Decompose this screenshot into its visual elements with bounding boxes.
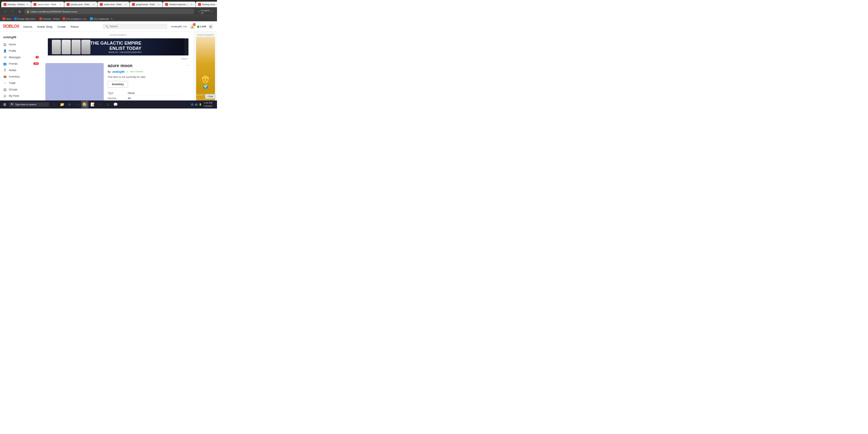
incognito-display: Incognito (2)	[203, 9, 208, 14]
sidebar-item-label: Avatar	[9, 68, 16, 72]
tab-close-button[interactable]: ✕	[190, 3, 193, 6]
bookmark-label: Royale High Admi...	[18, 17, 37, 20]
notifications-button[interactable]: 🔔 24	[189, 23, 195, 29]
file-explorer-button[interactable]: 📁	[58, 101, 66, 108]
sidebar-icon: 📰	[3, 94, 7, 98]
sidebar-icon: 👤	[3, 49, 7, 53]
browser-tab-6[interactable]: shadow empress -... ✕	[163, 2, 196, 7]
sidebar-item-my-feed[interactable]: 📰 My Feed	[0, 92, 42, 99]
search-input[interactable]	[110, 25, 165, 28]
notes-button[interactable]: 📝	[89, 101, 96, 108]
lock-icon: 🔒	[27, 10, 30, 13]
ad-report[interactable]: Report	[48, 57, 188, 60]
header-nav: Games Avatar Shop Create Robux	[23, 25, 99, 28]
battery-icon: 🔋	[199, 103, 202, 106]
item-meta: By zeddog96 ✓ Item Owned	[108, 70, 191, 73]
header-right: zeddog96: 13+ 🔔 24 ⬟ 1,035 ⚙	[171, 23, 214, 29]
browser-tab-1[interactable]: Develop - Roblox ✕	[1, 2, 31, 7]
search-icon: 🔍	[105, 25, 108, 28]
sidebar-item-friends[interactable]: 👥 Friends 184	[0, 60, 42, 67]
sidebar-item-label: Friends	[9, 62, 18, 65]
discord-button[interactable]: 💬	[112, 101, 119, 108]
robux-icon: ⬟	[197, 25, 199, 28]
nav-create[interactable]: Create	[57, 25, 66, 28]
reload-button[interactable]: ↻	[17, 9, 23, 14]
spotify-button[interactable]: ♫	[104, 101, 111, 108]
volume-icon: 🔊	[195, 103, 198, 106]
ad-label: ADVERTISEMENT	[42, 33, 194, 37]
bookmark-favicon	[39, 17, 42, 20]
sidebar-item-messages[interactable]: ✉ Messages 4	[0, 54, 42, 60]
header-search[interactable]: 🔍	[103, 24, 167, 29]
browser-tab-7[interactable]: flowing vines - Rob... ✕	[196, 2, 217, 7]
tab-title: winter dust - Robl...	[104, 3, 123, 6]
sidebar-item-profile[interactable]: 👤 Profile	[0, 47, 42, 54]
bookmark-label: Develop - Roblox	[43, 17, 60, 20]
bookmark-favicon	[62, 17, 65, 20]
bookmark-item-4[interactable]: (14) cristalpony x ca...	[62, 17, 88, 20]
bookmark-item-3[interactable]: Develop - Roblox	[39, 17, 60, 20]
tab-close-button[interactable]: ✕	[26, 3, 29, 6]
mail-button[interactable]: ✉	[96, 101, 104, 108]
owner-check-icon: ✓	[126, 70, 129, 73]
sidebar-icon: ✉	[3, 55, 7, 59]
tab-bar: Develop - Roblox ✕ azure moon - Robl... …	[0, 0, 217, 7]
sidebar-item-trade[interactable]: ↔ Trade	[0, 80, 42, 86]
ad-banner: THE GALACTIC EMPIRE ENLIST TODAY MADE BY…	[48, 39, 188, 56]
tab-close-button[interactable]: ✕	[59, 3, 62, 6]
bookmark-item-5[interactable]: (21) nightbarbie - T...	[90, 17, 114, 20]
more-options-button[interactable]: ⋮	[209, 9, 215, 14]
address-box[interactable]: 🔒 roblox.com/library/5280933174/azure-mo…	[24, 9, 194, 14]
forward-button[interactable]: ›	[10, 9, 15, 14]
task-view-button[interactable]: ⧉	[51, 101, 58, 108]
tab-favicon	[198, 3, 201, 6]
chrome-button[interactable]	[81, 101, 88, 108]
back-button[interactable]: ‹	[2, 9, 8, 14]
start-button[interactable]: ⊞	[2, 101, 8, 108]
content-area: zeddog96 🏠 Home 👤 Profile ✉ Messages 4 👥…	[0, 32, 217, 108]
sidebar-icon: 🏢	[3, 88, 7, 91]
sidebar: zeddog96 🏠 Home 👤 Profile ✉ Messages 4 👥…	[0, 32, 42, 108]
nav-robux[interactable]: Robux	[71, 25, 79, 28]
tab-close-button[interactable]: ✕	[124, 3, 127, 6]
robux-display: ⬟ 1,035	[197, 25, 206, 28]
nav-avatar-shop[interactable]: Avatar Shop	[37, 25, 52, 28]
sidebar-icon: 🏠	[3, 43, 7, 46]
item-owner-link[interactable]: zeddog96	[113, 70, 125, 73]
edge-browser-button[interactable]: ⊕	[66, 101, 73, 108]
sidebar-badge: 4	[36, 56, 39, 59]
taskbar-right: 🌐 🔊 🔋 2:40 PM 7/3/2020	[191, 101, 215, 107]
sidebar-item-home[interactable]: 🏠 Home	[0, 41, 42, 47]
sidebar-item-label: My Feed	[9, 94, 19, 97]
bookmark-item-2[interactable]: Royale High Admi...	[14, 17, 37, 20]
sidebar-icon: 👥	[3, 62, 7, 66]
address-bar-row: ‹ › ↻ 🔒 roblox.com/library/5280933174/az…	[0, 7, 217, 16]
sidebar-item-groups[interactable]: 🏢 Groups	[0, 86, 42, 92]
settings-button[interactable]: ⚙	[208, 23, 214, 29]
browser-tab-5[interactable]: gingerbread - Robl... ✕	[130, 2, 163, 7]
tab-title: gingerbread - Robl...	[136, 3, 156, 6]
browser-tab-4[interactable]: winter dust - Robl... ✕	[98, 2, 129, 7]
taskbar-clock: 2:40 PM 7/3/2020	[204, 101, 212, 107]
tab-close-button[interactable]: ✕	[158, 3, 160, 6]
inventory-button[interactable]: Inventory	[108, 81, 128, 88]
bookmarks-bar: News Royale High Admi... Develop - Roblo…	[0, 16, 217, 21]
bookmark-favicon	[90, 17, 93, 20]
bookmark-item-1[interactable]: News	[2, 17, 12, 20]
taskbar-search[interactable]: 🔍 Type here to search	[9, 102, 49, 107]
bookmark-favicon	[2, 17, 5, 20]
tab-close-button[interactable]: ✕	[92, 3, 95, 6]
sidebar-item-avatar[interactable]: 🧍 Avatar	[0, 67, 42, 73]
chat-button[interactable]: Chat	[205, 94, 215, 99]
taskbar: ⊞ 🔍 Type here to search ⧉ 📁 ⊕ 🛍 📝 ✉ ♫ 💬 …	[0, 100, 217, 108]
more-options-button[interactable]: ···	[186, 63, 191, 68]
sidebar-item-label: Inventory	[9, 75, 20, 78]
tab-title: Develop - Roblox	[8, 3, 25, 6]
browser-tab-2[interactable]: azure moon - Robl... ✕	[31, 2, 64, 7]
browser-tab-3[interactable]: peachy pink - Robl... ✕	[64, 2, 97, 7]
bookmark-label: News	[6, 17, 12, 20]
sidebar-item-inventory[interactable]: 📦 Inventory	[0, 73, 42, 80]
store-button[interactable]: 🛍	[74, 101, 81, 108]
nav-games[interactable]: Games	[23, 25, 33, 28]
roblox-header: ROBLOX Games Avatar Shop Create Robux 🔍 …	[0, 21, 217, 32]
